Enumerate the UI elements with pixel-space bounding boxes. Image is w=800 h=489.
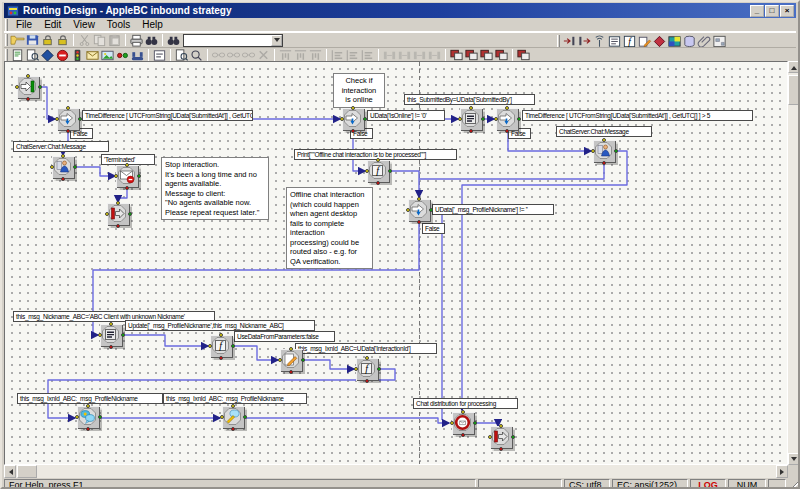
update-block[interactable] [280,349,303,372]
wait-event-2[interactable] [593,140,616,163]
maximize-button[interactable]: □ [765,5,779,17]
order-5-button[interactable] [516,48,531,62]
antenna-button[interactable] [592,34,607,48]
combobox-dropdown-button[interactable] [271,35,282,46]
zoom-page-button[interactable] [174,48,189,62]
strategy-canvas[interactable]: Check if interaction is onlineStop inter… [4,61,788,465]
order-3-button[interactable] [479,48,494,62]
chat-block-2[interactable] [222,406,245,429]
page-button[interactable] [10,48,25,62]
print-button[interactable] [129,33,144,47]
traffic-light-button[interactable] [70,48,85,62]
red-diamond-button[interactable] [652,34,667,48]
navigate-diamond-button[interactable] [40,48,55,62]
usedata-false[interactable]: UseDataFromParameters:false [234,331,335,342]
open-button[interactable] [10,33,25,47]
route-target-block[interactable] [452,412,475,435]
find-button[interactable] [144,33,159,47]
vertical-scroll-thumb[interactable] [788,75,800,105]
scroll-up-button[interactable] [788,61,800,73]
picture-button[interactable] [100,48,115,62]
decision-timediff-150[interactable] [57,108,80,131]
decision-nickname[interactable] [408,199,431,222]
status-bar: For Help, press F1 CS: utf8 EC: ansi(125… [4,478,800,489]
comment-stop-interaction[interactable]: Stop interaction. It's been a long time … [161,157,269,220]
kvp-1[interactable]: this_msg_IxnId_ABC:_msg_ProfileNickname [17,393,163,404]
assign-block-2[interactable] [100,324,123,347]
horizontal-scroll-thumb[interactable] [17,465,37,478]
decision-isonline[interactable] [342,108,365,131]
check-out-icon [55,33,70,47]
menu-view[interactable]: View [67,18,101,31]
send-message-block[interactable] [116,165,139,188]
vertical-scrollbar[interactable] [788,61,800,465]
envelope-button[interactable] [85,48,100,62]
resize-grip[interactable] [788,479,800,489]
order-2-button[interactable] [464,48,479,62]
function-box-button[interactable]: f [622,34,637,48]
event-chatserver-2[interactable]: ChatServer:Chat:Message [556,126,652,137]
port-in-dot [105,212,109,216]
false-4[interactable]: False [422,223,445,234]
find-combobox[interactable] [183,34,283,47]
find-object-icon [166,33,181,47]
event-chatserver-1[interactable]: ChatServer:Chat:Message [13,141,109,152]
design-pad-button[interactable] [712,34,727,48]
cond-timediff-5[interactable]: TimeDifference [ UTCFromString[UData['Su… [522,110,753,121]
port-true-dot [301,358,305,362]
kvp-2[interactable]: this_msg_IxnId_ABC:_msg_ProfileNickname [163,393,307,404]
exit-block-2[interactable] [490,426,513,449]
function-block-1[interactable]: f [367,160,390,183]
cond-isonline[interactable]: UData['IsOnline'] != '0' [367,110,445,121]
order-4-button[interactable] [494,48,509,62]
assign-ixnid[interactable]: this_msg_IxnId_ABC=UData['InteractionId'… [295,343,437,354]
horizontal-scrollbar[interactable] [4,465,788,478]
menu-help[interactable]: Help [136,18,169,31]
menu-tools[interactable]: Tools [101,18,136,31]
scroll-right-button[interactable] [776,465,788,478]
chat-distribution[interactable]: Chat distribution for processing [413,398,518,409]
page-search-button[interactable] [25,48,40,62]
entry-block[interactable] [17,76,40,99]
exit-block-1[interactable] [107,203,130,226]
red-green-dots-button[interactable] [115,48,130,62]
cond-timediff-150[interactable]: TimeDifference [ UTCFromString[UData['Su… [82,110,253,121]
bar-arrow-out-button[interactable] [577,34,592,48]
paperclip-button[interactable] [697,34,712,48]
assign-block-1[interactable] [460,108,483,131]
zoom-button[interactable] [189,48,204,62]
func-update-nickname[interactable]: Update['_msg_ProfileNickname',this_msg_N… [125,320,315,331]
check-out-button[interactable] [55,33,70,47]
scroll-down-button[interactable] [788,453,800,465]
cond-profilenickname[interactable]: UData['_msg_ProfileNickname'] != '' [432,204,554,215]
database-button[interactable] [682,34,697,48]
assign-submittedby[interactable]: this_SubmittedBy=UData['SubmittedBy'] [404,94,535,105]
bar-arrow-in-button[interactable] [562,34,577,48]
phone-button[interactable] [130,48,145,62]
comment-check-online[interactable]: Check if interaction is online [333,73,385,108]
port-true-dot [429,208,433,212]
minimize-button[interactable]: _ [750,5,764,17]
scroll-left-button[interactable] [4,465,16,478]
list-box-button[interactable] [607,34,622,48]
find-object-button[interactable] [166,33,181,47]
expression-box-button[interactable] [152,48,167,62]
stop-button[interactable] [55,48,70,62]
check-in-button[interactable] [40,33,55,47]
save-button[interactable] [25,33,40,47]
decision-timediff-5[interactable] [496,108,519,131]
function-block-2[interactable]: f [210,335,233,358]
port-false-dot [351,129,355,133]
note-pencil-button[interactable] [637,34,652,48]
close-button[interactable]: × [780,5,794,17]
menu-edit[interactable]: Edit [38,18,67,31]
chat-block-1[interactable] [77,406,100,429]
paste-icon [107,33,122,47]
comment-offline-chat[interactable]: Offline chat interaction (which could ha… [286,187,373,269]
order-1-button[interactable] [449,48,464,62]
function-block-3[interactable]: f [356,358,379,381]
menu-file[interactable]: File [10,18,38,31]
color-grid-button[interactable] [667,34,682,48]
wait-event-1[interactable] [52,156,75,179]
title-bar[interactable]: Routing Design - AppleBC inbound strateg… [4,3,796,18]
